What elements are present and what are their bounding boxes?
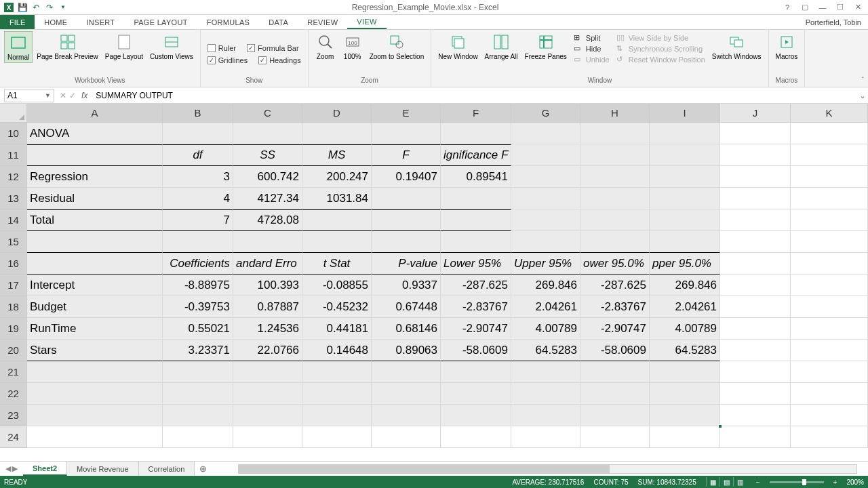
cell[interactable] xyxy=(580,166,650,188)
cell[interactable]: 3 xyxy=(163,166,233,188)
row-header-20[interactable]: 20 xyxy=(0,340,27,361)
cell[interactable]: -58.0609 xyxy=(441,340,511,361)
normal-view-button[interactable]: Normal xyxy=(4,31,33,63)
cell[interactable]: 0.44181 xyxy=(302,318,372,340)
horizontal-scrollbar[interactable] xyxy=(238,464,857,474)
cell[interactable] xyxy=(791,166,868,188)
cell[interactable] xyxy=(372,188,441,209)
cell[interactable]: ignificance F xyxy=(441,144,511,166)
cell[interactable] xyxy=(511,383,580,405)
cell[interactable] xyxy=(163,123,233,144)
tab-review[interactable]: REVIEW xyxy=(298,15,347,29)
cell[interactable] xyxy=(791,144,868,166)
cell[interactable] xyxy=(791,209,868,231)
name-box-dropdown-icon[interactable]: ▼ xyxy=(45,92,51,99)
page-layout-button[interactable]: Page Layout xyxy=(102,31,146,62)
cell[interactable] xyxy=(163,426,233,448)
cell[interactable] xyxy=(791,361,868,383)
view-side-by-side-button[interactable]: ▯▯View Side by Side xyxy=(615,33,707,43)
undo-icon[interactable]: ↶ xyxy=(30,1,42,14)
cell[interactable]: 269.846 xyxy=(650,274,720,296)
cell[interactable] xyxy=(233,405,302,426)
ruler-checkbox[interactable]: Ruler xyxy=(206,43,237,53)
expand-formula-bar-icon[interactable]: ⌄ xyxy=(857,91,868,100)
page-break-mode-icon[interactable]: ▥ xyxy=(733,477,747,487)
cell[interactable] xyxy=(302,361,372,383)
cell[interactable]: ower 95.0% xyxy=(580,253,650,274)
close-icon[interactable]: ✕ xyxy=(852,1,864,14)
cell[interactable]: 0.68146 xyxy=(372,318,441,340)
cell[interactable]: 600.742 xyxy=(233,166,302,188)
cell[interactable] xyxy=(302,123,372,144)
cell[interactable] xyxy=(580,188,650,209)
cell[interactable] xyxy=(791,383,868,405)
formula-bar-checkbox[interactable]: Formula Bar xyxy=(245,43,300,53)
cell[interactable] xyxy=(650,231,720,253)
cell[interactable] xyxy=(372,383,441,405)
cell[interactable]: RunTime xyxy=(27,318,163,340)
sheet-nav-prev-icon[interactable]: ◀ xyxy=(5,464,11,473)
cell[interactable]: 7 xyxy=(163,209,233,231)
unhide-button[interactable]: ▭Unhide xyxy=(572,54,611,64)
page-layout-mode-icon[interactable]: ▤ xyxy=(719,477,733,487)
row-header-10[interactable]: 10 xyxy=(0,123,27,144)
cell[interactable] xyxy=(372,361,441,383)
cell[interactable] xyxy=(163,405,233,426)
cell[interactable]: Regression xyxy=(27,166,163,188)
cell[interactable]: 0.89541 xyxy=(441,166,511,188)
cell[interactable]: Budget xyxy=(27,296,163,318)
cell[interactable]: Lower 95% xyxy=(441,253,511,274)
cell[interactable] xyxy=(233,383,302,405)
cell[interactable]: 0.14648 xyxy=(302,340,372,361)
cell[interactable] xyxy=(163,231,233,253)
cell[interactable] xyxy=(580,209,650,231)
cell[interactable] xyxy=(372,123,441,144)
split-button[interactable]: ⊞Split xyxy=(572,33,611,43)
cell[interactable] xyxy=(511,144,580,166)
row-header-13[interactable]: 13 xyxy=(0,188,27,209)
cell[interactable]: Intercept xyxy=(27,274,163,296)
cell[interactable] xyxy=(372,209,441,231)
cell[interactable]: Upper 95% xyxy=(511,253,580,274)
row-header-15[interactable]: 15 xyxy=(0,231,27,253)
minimize-icon[interactable]: — xyxy=(816,1,829,14)
row-header-21[interactable]: 21 xyxy=(0,361,27,383)
cell[interactable] xyxy=(27,383,163,405)
cell[interactable] xyxy=(27,426,163,448)
row-header-18[interactable]: 18 xyxy=(0,296,27,318)
col-header-k[interactable]: K xyxy=(791,104,868,123)
tab-insert[interactable]: INSERT xyxy=(77,15,124,29)
cell[interactable]: df xyxy=(163,144,233,166)
cell[interactable] xyxy=(511,209,580,231)
cell[interactable] xyxy=(511,231,580,253)
cell[interactable] xyxy=(650,123,720,144)
cell[interactable]: 4 xyxy=(163,188,233,209)
cell[interactable]: 1.24536 xyxy=(233,318,302,340)
tab-view[interactable]: VIEW xyxy=(347,15,386,29)
cell[interactable]: -0.08855 xyxy=(302,274,372,296)
cell[interactable]: -8.88975 xyxy=(163,274,233,296)
cell[interactable] xyxy=(302,231,372,253)
cell[interactable] xyxy=(720,144,791,166)
cell[interactable]: 0.87887 xyxy=(233,296,302,318)
zoom-slider[interactable] xyxy=(770,481,824,483)
cell[interactable]: 3.23371 xyxy=(163,340,233,361)
cell[interactable]: 0.55021 xyxy=(163,318,233,340)
cancel-formula-icon[interactable]: ✕ xyxy=(60,91,66,100)
sheet-tab-movie-revenue[interactable]: Movie Revenue xyxy=(67,462,138,476)
col-header-b[interactable]: B xyxy=(163,104,233,123)
cell[interactable] xyxy=(580,361,650,383)
cell[interactable] xyxy=(720,340,791,361)
cell[interactable] xyxy=(720,383,791,405)
excel-icon[interactable]: X xyxy=(3,1,15,14)
cell[interactable] xyxy=(720,209,791,231)
zoom-100-button[interactable]: 100 100% xyxy=(340,31,366,62)
col-header-e[interactable]: E xyxy=(372,104,441,123)
cell[interactable]: 0.9337 xyxy=(372,274,441,296)
col-header-f[interactable]: F xyxy=(441,104,511,123)
cell[interactable] xyxy=(720,253,791,274)
hide-button[interactable]: ▭Hide xyxy=(572,43,611,54)
cell[interactable] xyxy=(650,361,720,383)
zoom-level[interactable]: 200% xyxy=(846,479,864,486)
cell[interactable] xyxy=(580,144,650,166)
